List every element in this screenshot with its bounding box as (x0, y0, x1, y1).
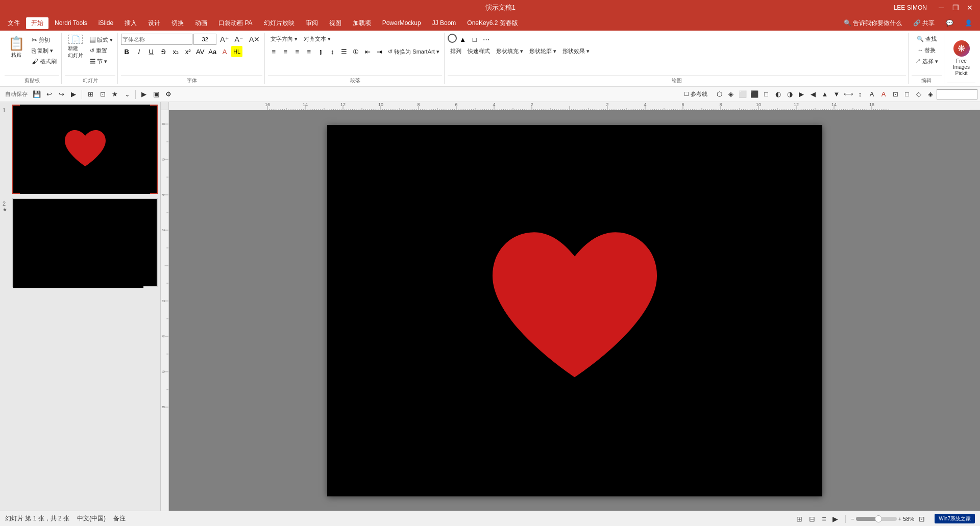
reset-button[interactable]: ↺ 重置 (87, 45, 115, 56)
tb-icon-18[interactable]: ◈ (925, 89, 936, 100)
menu-addins[interactable]: 加载项 (348, 17, 376, 29)
new-slide-button[interactable]: 📄 新建幻灯片 (65, 34, 86, 60)
text-direction-button[interactable]: 文字方向 ▾ (268, 34, 300, 44)
tb-icon-5[interactable]: □ (761, 89, 772, 100)
slideshow2-btn[interactable]: ▶ (138, 89, 150, 100)
tb-icon-14[interactable]: A (866, 89, 877, 100)
tb-icon-9[interactable]: ◀ (807, 89, 819, 100)
tb-icon-1[interactable]: ⬡ (714, 89, 725, 100)
fontcolor-button[interactable]: A (219, 46, 230, 57)
select-button[interactable]: ↗ 选择 ▾ (912, 56, 942, 66)
subscript-button[interactable]: x₂ (170, 46, 181, 57)
highlight-button[interactable]: HL (231, 46, 242, 57)
tb-icon-11[interactable]: ▼ (831, 89, 842, 100)
shapes-more[interactable]: ⋯ (481, 34, 492, 45)
menu-user[interactable]: 👤 (960, 18, 977, 28)
settings-btn[interactable]: ⚙ (163, 89, 174, 100)
superscript-button[interactable]: x² (182, 46, 193, 57)
tb-icon-4[interactable]: ⬛ (749, 89, 760, 100)
clear-format-button[interactable]: A✕ (247, 34, 262, 44)
replace-button[interactable]: ↔ 替换 (914, 45, 939, 55)
zoom-slider[interactable] (856, 517, 897, 521)
linespace-button[interactable]: ↕ (327, 46, 338, 57)
menu-help[interactable]: 🔍 告诉我你要做什么 (839, 17, 907, 29)
indent-less-button[interactable]: ⇤ (362, 46, 373, 57)
col-button[interactable]: ⫿ (315, 46, 326, 57)
font-name-input[interactable] (121, 34, 192, 45)
view-reading-btn[interactable]: ≡ (820, 514, 828, 524)
tb-icon-15[interactable]: ⊡ (890, 89, 901, 100)
tb-icon-8[interactable]: ▶ (796, 89, 807, 100)
menu-view[interactable]: 视图 (324, 17, 347, 29)
find-button[interactable]: 🔍 查找 (913, 34, 940, 44)
zoom-out-btn[interactable]: − (851, 516, 854, 522)
quickstyle-button[interactable]: 快速样式 (465, 46, 493, 56)
zoom-control[interactable]: − + 58% (851, 516, 914, 522)
strikethrough-button[interactable]: S (158, 46, 169, 57)
smartart-button[interactable]: ↺ 转换为 SmartArt ▾ (385, 46, 442, 57)
pickit-button[interactable]: ❋ FreeImagesPickit (947, 39, 975, 77)
triangle-button[interactable]: ▲ (457, 34, 469, 45)
menu-islide[interactable]: iSlide (93, 18, 118, 28)
menu-powermockup[interactable]: PowerMockup (377, 18, 426, 28)
align-right-button[interactable]: ≡ (291, 46, 303, 57)
underline-button[interactable]: U (145, 46, 157, 57)
menu-comments[interactable]: 💬 (941, 18, 959, 28)
shapeeffect-button[interactable]: 形状效果 ▾ (560, 46, 592, 56)
menu-design[interactable]: 设计 (143, 17, 165, 29)
align-text-button[interactable]: 对齐文本 ▾ (301, 34, 333, 44)
slide-thumb-2[interactable] (12, 198, 158, 287)
menu-jjboom[interactable]: JJ Boom (427, 18, 461, 28)
numbering-button[interactable]: ① (350, 46, 361, 57)
save-button[interactable]: 💾 (31, 89, 42, 100)
slide-thumb-1[interactable] (12, 105, 158, 194)
bullets-button[interactable]: ☰ (338, 46, 350, 57)
slide-canvas[interactable] (169, 110, 980, 511)
comments-label[interactable]: 备注 (113, 514, 126, 523)
decrease-font-button[interactable]: A⁻ (232, 34, 246, 44)
copy-button[interactable]: ⎘ 复制 ▾ (29, 45, 59, 56)
bold-button[interactable]: B (121, 46, 132, 57)
zoom-in-btn[interactable]: + (898, 516, 901, 522)
tb-icon-7[interactable]: ◑ (784, 89, 795, 100)
rect-button[interactable]: □ (469, 34, 480, 45)
menu-pa[interactable]: 口袋动画 PA (213, 17, 257, 29)
tb-icon-2[interactable]: ◈ (725, 89, 737, 100)
tb-icon-12[interactable]: ⟷ (843, 89, 854, 100)
align-left-button[interactable]: ≡ (268, 46, 279, 57)
restore-button[interactable]: ❐ (950, 3, 961, 13)
charspacing-button[interactable]: AV (194, 46, 206, 57)
screen-btn[interactable]: ▣ (151, 89, 162, 100)
view-normal-btn[interactable]: ⊞ (794, 514, 804, 524)
menu-home[interactable]: 开始 (26, 17, 48, 29)
tb-icon-3[interactable]: ⬜ (737, 89, 748, 100)
menu-nordri[interactable]: Nordri Tools (50, 18, 92, 28)
oval-button[interactable] (448, 34, 457, 43)
slide-item-2[interactable]: 2 ★ (3, 198, 158, 287)
justify-button[interactable]: ≡ (303, 46, 314, 57)
italic-button[interactable]: I (133, 46, 144, 57)
menu-share[interactable]: 🔗 共享 (908, 17, 940, 29)
close-button[interactable]: ✕ (965, 3, 975, 13)
tb-icon-17[interactable]: ◇ (913, 89, 924, 100)
increase-font-button[interactable]: A⁺ (217, 34, 231, 44)
view-slide-sorter-btn[interactable]: ⊟ (807, 514, 817, 524)
grid-button[interactable]: ⊞ (85, 89, 96, 100)
view-slideshow-btn[interactable]: ▶ (830, 514, 840, 524)
font-size-input[interactable] (193, 34, 216, 45)
redo-button[interactable]: ↪ (56, 89, 67, 100)
paste-button[interactable]: 📋 粘贴 (5, 34, 28, 60)
slideshow-button[interactable]: ▶ (68, 89, 79, 100)
shapefill-button[interactable]: 形状填充 ▾ (494, 46, 526, 56)
changecase-button[interactable]: Aa (207, 46, 218, 57)
layout-button[interactable]: ▦ 版式 ▾ (87, 35, 115, 45)
menu-onekey[interactable]: OneKey6.2 贺春版 (462, 17, 523, 29)
tb-icon-16[interactable]: □ (901, 89, 913, 100)
cut-button[interactable]: ✂ 剪切 (29, 35, 59, 45)
menu-review[interactable]: 审阅 (301, 17, 323, 29)
menu-animation[interactable]: 动画 (190, 17, 212, 29)
align-center-button[interactable]: ≡ (280, 46, 291, 57)
menu-slideshow[interactable]: 幻灯片放映 (259, 17, 300, 29)
format-painter-button[interactable]: 🖌 格式刷 (29, 56, 59, 66)
group-button[interactable]: ⊡ (97, 89, 108, 100)
